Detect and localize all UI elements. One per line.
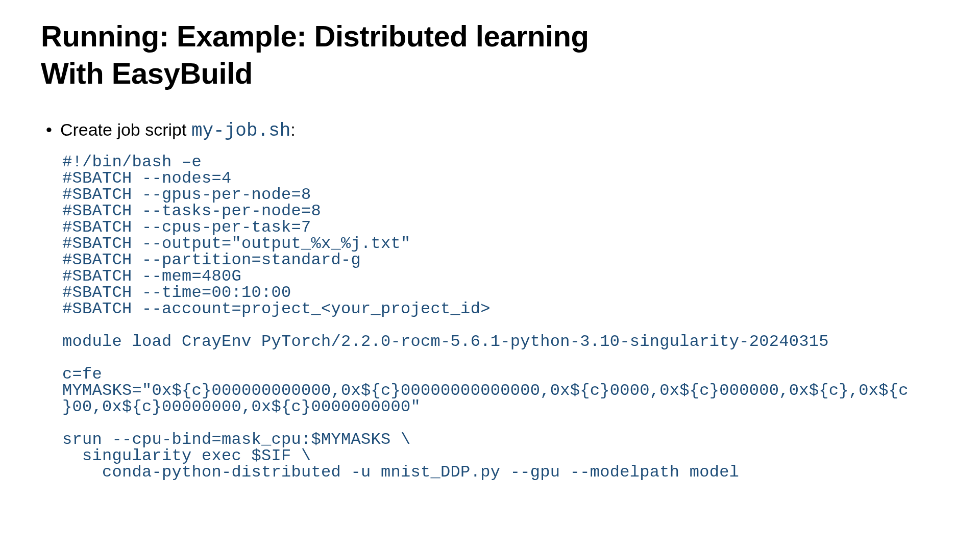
bullet-marker: • (46, 120, 52, 140)
slide-title: Running: Example: Distributed learning W… (41, 18, 939, 92)
title-line-1: Running: Example: Distributed learning (41, 19, 589, 53)
job-script-code: #!/bin/bash –e #SBATCH --nodes=4 #SBATCH… (41, 154, 939, 481)
bullet-prefix-text: Create job script (60, 120, 191, 139)
title-line-2: With EasyBuild (41, 57, 253, 90)
bullet-item: • Create job script my-job.sh: (41, 120, 939, 141)
bullet-content: Create job script my-job.sh: (60, 120, 296, 141)
bullet-suffix-text: : (290, 120, 295, 139)
script-filename: my-job.sh (191, 120, 290, 141)
